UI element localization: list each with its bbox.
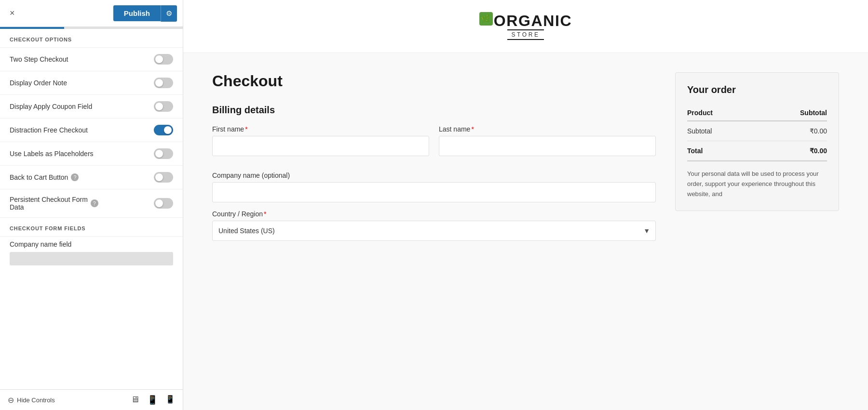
company-field-label: Company name field (10, 240, 173, 248)
device-icons: 🖥 📱 📱 (131, 395, 175, 405)
toggle-track[interactable] (154, 78, 173, 88)
order-note-toggle[interactable] (154, 78, 173, 88)
country-label: Country / Region* (212, 210, 656, 218)
checkout-options-header: CHECKOUT OPTIONS (0, 29, 183, 48)
toggle-knob (155, 103, 163, 110)
logo-container: 🌿ORGANIC STORE (479, 13, 572, 40)
total-label: Total (687, 141, 755, 161)
toggle-row-persistent: Persistent Checkout FormData ? (0, 189, 183, 218)
first-name-required: * (245, 125, 247, 133)
last-name-input[interactable] (439, 136, 656, 156)
toggle-row-coupon: Display Apply Coupon Field (0, 95, 183, 119)
distraction-free-label: Distraction Free Checkout (10, 126, 88, 134)
logo-store: STORE (507, 29, 543, 40)
first-name-group: First name* (212, 125, 429, 156)
company-name-label: Company name (optional) (212, 172, 656, 179)
labels-label: Use Labels as Placeholders (10, 150, 94, 158)
hide-controls-button[interactable]: ⊖ Hide Controls (8, 396, 55, 405)
logo-name: ORGANIC (494, 12, 572, 29)
toggle-knob (155, 150, 163, 158)
subtotal-value: ₹0.00 (755, 121, 827, 141)
toggle-track[interactable] (154, 54, 173, 65)
toggle-track[interactable] (154, 101, 173, 112)
name-row: First name* Last name* (212, 125, 656, 164)
back-cart-label: Back to Cart Button ? (10, 173, 79, 181)
first-name-label-text: First name (212, 125, 244, 133)
toggle-row-order-note: Display Order Note (0, 71, 183, 95)
toggle-knob (155, 55, 163, 63)
toggle-row-back-cart: Back to Cart Button ? (0, 166, 183, 189)
checkout-form-section: Checkout Billing details First name* Las… (212, 72, 656, 249)
right-panel: 🌿ORGANIC STORE Checkout Billing details … (183, 0, 868, 410)
publish-button[interactable]: Publish (113, 5, 161, 21)
bottom-controls: ⊖ Hide Controls 🖥 📱 📱 (0, 389, 183, 410)
two-step-toggle[interactable] (154, 54, 173, 65)
company-name-input[interactable] (212, 182, 656, 202)
tablet-icon[interactable]: 📱 (147, 395, 158, 405)
toggle-track[interactable] (154, 148, 173, 159)
product-col-header: Product (687, 105, 755, 121)
logo-text: 🌿ORGANIC (479, 13, 572, 28)
checkout-title: Checkout (212, 72, 656, 90)
coupon-label: Display Apply Coupon Field (10, 103, 92, 110)
country-label-text: Country / Region (212, 210, 263, 218)
order-title: Your order (687, 84, 827, 95)
total-value: ₹0.00 (755, 141, 827, 161)
back-cart-help-icon[interactable]: ? (71, 173, 79, 181)
persistent-toggle[interactable] (154, 198, 173, 209)
checkout-content: Checkout Billing details First name* Las… (183, 53, 868, 268)
toggle-knob (164, 126, 172, 134)
distraction-free-toggle[interactable] (154, 125, 173, 135)
two-step-label: Two Step Checkout (10, 55, 68, 63)
country-select-wrapper: United States (US) ▼ (212, 221, 656, 241)
hide-controls-circle-icon: ⊖ (8, 396, 14, 405)
subtotal-row: Subtotal ₹0.00 (687, 121, 827, 141)
coupon-toggle[interactable] (154, 101, 173, 112)
publish-area: Publish ⚙ (113, 5, 177, 22)
toggle-knob (155, 79, 163, 87)
toggle-track-on[interactable] (154, 125, 173, 135)
billing-title: Billing details (212, 105, 656, 116)
toggle-row-labels: Use Labels as Placeholders (0, 142, 183, 166)
settings-button[interactable]: ⚙ (161, 5, 177, 22)
back-cart-toggle[interactable] (154, 172, 173, 183)
last-name-label: Last name* (439, 125, 656, 133)
subtotal-col-header: Subtotal (755, 105, 827, 121)
mobile-icon[interactable]: 📱 (165, 395, 175, 405)
first-name-input[interactable] (212, 136, 429, 156)
site-header: 🌿ORGANIC STORE (183, 0, 868, 53)
last-name-required: * (471, 125, 474, 133)
toggle-track[interactable] (154, 172, 173, 183)
order-summary: Your order Product Subtotal Subtotal ₹0.… (675, 72, 839, 211)
checkout-form-fields-header: CHECKOUT FORM FIELDS (0, 218, 183, 237)
company-name-group: Company name (optional) (212, 172, 656, 202)
company-field-section: Company name field (0, 237, 183, 269)
persistent-label: Persistent Checkout FormData ? (10, 196, 98, 211)
toggle-row-distraction-free: Distraction Free Checkout (0, 119, 183, 142)
toggle-track[interactable] (154, 198, 173, 209)
desktop-icon[interactable]: 🖥 (131, 395, 139, 405)
country-group: Country / Region* United States (US) ▼ (212, 210, 656, 241)
country-select[interactable]: United States (US) (212, 221, 656, 241)
subtotal-label: Subtotal (687, 121, 755, 141)
first-name-label: First name* (212, 125, 429, 133)
last-name-group: Last name* (439, 125, 656, 156)
toggle-row-two-step: Two Step Checkout (0, 48, 183, 71)
total-row: Total ₹0.00 (687, 141, 827, 161)
logo-leaf-icon: 🌿 (479, 12, 493, 26)
close-button[interactable]: × (6, 6, 19, 20)
left-panel: × Publish ⚙ CHECKOUT OPTIONS Two Step Ch… (0, 0, 183, 410)
labels-toggle[interactable] (154, 148, 173, 159)
company-field-slider[interactable] (10, 252, 173, 265)
toggle-knob (155, 173, 163, 181)
persistent-help-icon[interactable]: ? (91, 199, 98, 207)
toggle-knob (155, 199, 163, 207)
country-required: * (264, 210, 266, 218)
top-bar: × Publish ⚙ (0, 0, 183, 27)
order-note-label: Display Order Note (10, 79, 67, 87)
privacy-text: Your personal data will be used to proce… (687, 169, 827, 199)
last-name-label-text: Last name (439, 125, 470, 133)
hide-controls-label: Hide Controls (17, 397, 55, 404)
order-table: Product Subtotal Subtotal ₹0.00 Total ₹0… (687, 105, 827, 161)
